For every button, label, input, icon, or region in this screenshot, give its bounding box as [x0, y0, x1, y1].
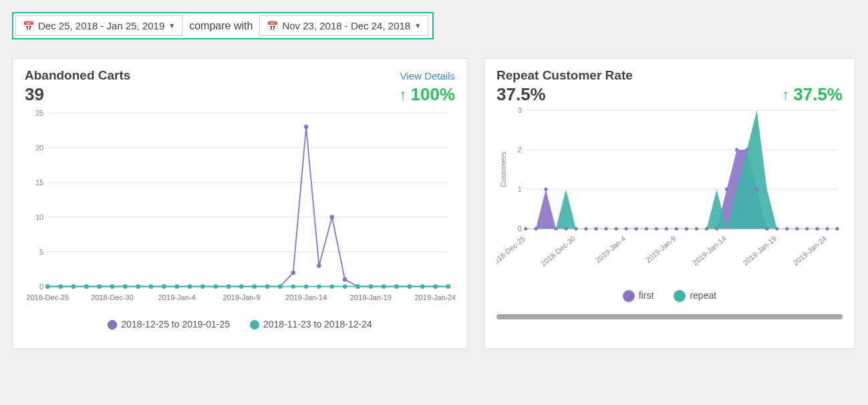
- svg-point-121: [805, 227, 809, 231]
- svg-point-57: [213, 284, 217, 288]
- svg-point-120: [795, 227, 799, 231]
- arrow-up-icon: ↑: [400, 86, 407, 104]
- svg-point-75: [446, 284, 450, 288]
- svg-point-61: [265, 284, 269, 288]
- compare-date-range-text: Nov 23, 2018 - Dec 24, 2018: [282, 20, 410, 31]
- svg-point-51: [136, 284, 140, 288]
- svg-point-73: [420, 284, 424, 288]
- svg-text:2019-Jan-9: 2019-Jan-9: [644, 235, 678, 265]
- svg-text:20: 20: [35, 144, 43, 152]
- repeat-customer-card: Repeat Customer Rate 37.5% ↑ 37.5% 0123C…: [484, 58, 855, 349]
- svg-text:2019-Jan-4: 2019-Jan-4: [158, 293, 196, 301]
- legend-label: first: [639, 290, 654, 301]
- abandoned-carts-card: Abandoned Carts View Details 39 ↑ 100% 0…: [12, 58, 468, 349]
- svg-point-117: [765, 227, 768, 231]
- legend-label: 2018-11-23 to 2018-12-24: [263, 319, 372, 329]
- card-title: Repeat Customer Rate: [496, 68, 633, 83]
- svg-point-60: [253, 284, 257, 288]
- svg-point-70: [382, 284, 386, 288]
- svg-point-115: [745, 148, 748, 151]
- svg-text:2018-Dec-30: 2018-Dec-30: [91, 293, 134, 301]
- legend-item: 2018-12-25 to 2019-01-25: [108, 319, 230, 329]
- svg-point-107: [665, 227, 668, 231]
- svg-point-94: [534, 227, 537, 231]
- svg-point-106: [655, 227, 658, 231]
- svg-text:2018-Dec-25: 2018-Dec-25: [26, 293, 69, 301]
- svg-text:Customers: Customers: [499, 152, 507, 187]
- svg-point-67: [343, 284, 347, 288]
- svg-text:2019-Jan-24: 2019-Jan-24: [415, 293, 455, 301]
- svg-text:10: 10: [35, 213, 43, 221]
- svg-point-102: [615, 227, 618, 231]
- repeat-legend: first repeat: [496, 290, 843, 302]
- primary-date-range-text: Dec 25, 2018 - Jan 25, 2019: [38, 20, 164, 31]
- legend-item: repeat: [674, 290, 716, 302]
- legend-item: 2018-11-23 to 2018-12-24: [250, 319, 372, 329]
- svg-point-95: [544, 188, 547, 191]
- svg-point-100: [595, 227, 598, 231]
- svg-point-66: [330, 284, 334, 288]
- svg-text:2019-Jan-9: 2019-Jan-9: [223, 293, 260, 301]
- svg-point-54: [174, 284, 178, 288]
- view-details-link[interactable]: View Details: [400, 70, 455, 82]
- repeat-delta: ↑ 37.5%: [782, 84, 843, 105]
- svg-point-72: [408, 284, 412, 288]
- svg-point-99: [584, 227, 587, 231]
- calendar-icon: 📅: [23, 21, 34, 31]
- svg-point-53: [162, 284, 166, 288]
- svg-point-56: [200, 284, 204, 288]
- svg-text:2019-Jan-14: 2019-Jan-14: [691, 235, 728, 267]
- horizontal-scrollbar[interactable]: [496, 314, 843, 319]
- svg-point-103: [625, 227, 628, 231]
- svg-point-47: [84, 284, 88, 288]
- svg-point-118: [775, 227, 778, 231]
- svg-point-65: [317, 284, 321, 288]
- abandoned-count: 39: [25, 84, 44, 105]
- svg-point-45: [58, 284, 62, 288]
- abandoned-carts-chart: 05101520252018-Dec-252018-Dec-302019-Jan…: [25, 105, 455, 307]
- svg-text:2019-Jan-14: 2019-Jan-14: [285, 293, 327, 301]
- svg-point-69: [369, 284, 373, 288]
- compare-date-range-picker[interactable]: 📅 Nov 23, 2018 - Dec 24, 2018 ▼: [259, 15, 428, 36]
- svg-text:2019-Jan-19: 2019-Jan-19: [741, 235, 778, 267]
- svg-text:2019-Jan-19: 2019-Jan-19: [350, 293, 392, 301]
- svg-point-93: [524, 227, 527, 231]
- svg-point-35: [343, 277, 347, 281]
- svg-point-34: [330, 215, 334, 219]
- svg-text:25: 25: [35, 109, 43, 117]
- svg-point-113: [725, 188, 728, 191]
- svg-point-123: [825, 227, 829, 231]
- svg-point-97: [564, 227, 567, 231]
- primary-date-range-picker[interactable]: 📅 Dec 25, 2018 - Jan 25, 2019 ▼: [15, 15, 182, 36]
- abandoned-delta-value: 100%: [411, 84, 456, 105]
- svg-point-108: [675, 227, 678, 231]
- compare-label: compare with: [189, 20, 253, 32]
- svg-point-59: [239, 284, 243, 288]
- svg-point-124: [835, 227, 839, 231]
- date-range-bar: 📅 Dec 25, 2018 - Jan 25, 2019 ▼ compare …: [12, 12, 434, 39]
- svg-text:2019-Jan-24: 2019-Jan-24: [792, 235, 829, 267]
- svg-point-122: [815, 227, 819, 231]
- svg-point-71: [394, 284, 398, 288]
- svg-text:1: 1: [518, 185, 522, 193]
- svg-point-105: [645, 227, 648, 231]
- svg-text:2018-Dec-25: 2018-Dec-25: [496, 235, 527, 268]
- svg-point-110: [695, 227, 698, 231]
- legend-item: first: [623, 290, 654, 302]
- chevron-down-icon: ▼: [168, 22, 175, 29]
- abandoned-legend: 2018-12-25 to 2019-01-25 2018-11-23 to 2…: [25, 319, 455, 329]
- svg-point-50: [123, 284, 127, 288]
- svg-point-112: [715, 227, 718, 231]
- svg-point-63: [291, 284, 295, 288]
- svg-point-114: [735, 148, 738, 151]
- svg-point-101: [605, 227, 608, 231]
- svg-point-31: [291, 271, 295, 275]
- svg-point-48: [97, 284, 101, 288]
- svg-point-111: [705, 227, 708, 231]
- legend-label: repeat: [690, 290, 716, 301]
- svg-point-74: [433, 284, 437, 288]
- svg-point-64: [304, 284, 308, 288]
- repeat-delta-value: 37.5%: [793, 84, 843, 105]
- svg-text:15: 15: [35, 178, 43, 186]
- repeat-customer-chart: 0123Customers2018-Dec-252018-Dec-302019-…: [496, 105, 843, 278]
